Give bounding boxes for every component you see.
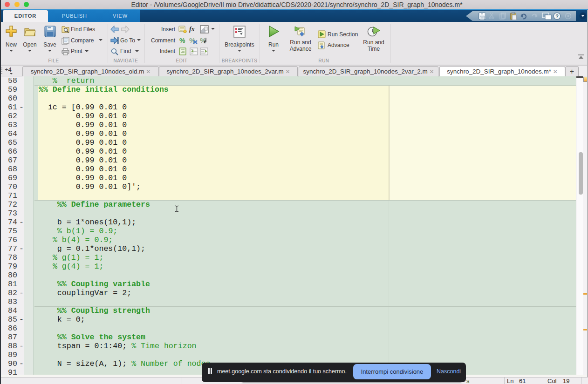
svg-text:?: ? (555, 13, 559, 19)
